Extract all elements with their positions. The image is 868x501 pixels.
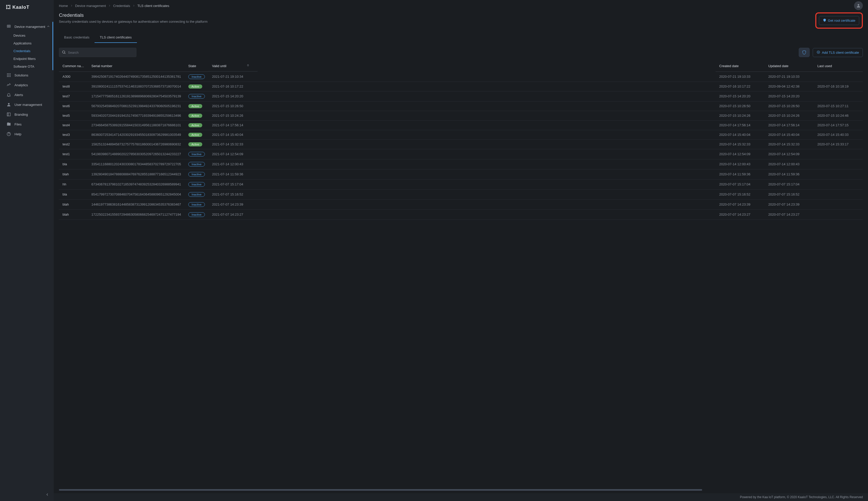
cell-serial: 8541799727307088460704756164364588096512… xyxy=(88,189,185,199)
cell-last-used xyxy=(814,91,863,101)
profile-button[interactable] xyxy=(854,1,863,10)
device-icon xyxy=(6,24,11,29)
sidebar-item-branding[interactable]: Branding xyxy=(0,109,54,119)
sidebar-sub-devices[interactable]: Devices xyxy=(0,32,54,39)
sidebar-item-user-management[interactable]: User management xyxy=(0,100,54,109)
cell-created: 2020-07-07 15:17:04 xyxy=(716,179,765,189)
table-row[interactable]: blah139280490184788808884769762855188877… xyxy=(59,169,863,179)
shield-filter-button[interactable] xyxy=(799,48,809,57)
breadcrumb-home[interactable]: Home xyxy=(59,4,68,8)
col-serial[interactable]: Serial number xyxy=(88,61,185,72)
sidebar-item-analytics[interactable]: Analytics xyxy=(0,80,54,90)
sidebar-sub-credentials[interactable]: Credentials xyxy=(0,47,54,55)
status-badge: Inactive xyxy=(188,202,205,207)
cell-last-used xyxy=(814,169,863,179)
sidebar-sub-endpoint-filters[interactable]: Endpoint filters xyxy=(0,55,54,63)
page-subtitle: Security credentials used by devices or … xyxy=(59,20,208,23)
cell-last-used xyxy=(814,72,863,82)
table-row[interactable]: test154198398071488902022785630305209726… xyxy=(59,149,863,159)
cell-created: 2020-07-14 15:32:33 xyxy=(716,139,765,149)
tabs: Basic credentials TLS client certificate… xyxy=(54,33,868,43)
cell-created: 2020-07-16 10:17:22 xyxy=(716,82,765,91)
tab-basic-credentials[interactable]: Basic credentials xyxy=(59,33,95,43)
table-row[interactable]: test559334020720441919415174567719339491… xyxy=(59,111,863,120)
cell-common-name: test1 xyxy=(59,149,88,159)
breadcrumb-credentials[interactable]: Credentials xyxy=(113,4,130,8)
table-row[interactable]: test386360072534147142030291934550183097… xyxy=(59,130,863,139)
tab-tls-client-certificates[interactable]: TLS client certificates xyxy=(95,33,137,43)
cell-last-used: 2020-07-14 15:40:33 xyxy=(814,130,863,139)
table-row[interactable]: blah172250223415593729486305806682546972… xyxy=(59,210,863,220)
table-row[interactable]: test427346645875389281558441503149561188… xyxy=(59,120,863,130)
cell-state: Inactive xyxy=(185,149,209,159)
sidebar-item-files[interactable]: Files xyxy=(0,119,54,129)
cell-updated: 2020-07-21 19:10:33 xyxy=(765,72,814,82)
svg-rect-4 xyxy=(9,7,10,8)
breadcrumb-device-management[interactable]: Device management xyxy=(75,4,106,8)
table-scroll[interactable]: Common na… Serial number State Valid unt… xyxy=(59,61,863,489)
cell-updated: 2020-07-15 10:24:26 xyxy=(765,111,814,120)
col-valid-until[interactable]: Valid until xyxy=(209,61,257,72)
nav-icon xyxy=(6,131,11,137)
col-state[interactable]: State xyxy=(185,61,209,72)
cell-state: Inactive xyxy=(185,159,209,169)
sidebar-collapse-button[interactable] xyxy=(43,491,51,498)
search-box[interactable] xyxy=(59,48,136,57)
svg-rect-19 xyxy=(10,76,11,77)
status-badge: Inactive xyxy=(188,172,205,177)
cell-valid: 2021-07-07 15:17:04 xyxy=(209,179,716,189)
cell-last-used xyxy=(814,179,863,189)
table-row[interactable]: test717154777580516112619138988968069280… xyxy=(59,91,863,101)
cell-valid: 2021-07-14 12:54:09 xyxy=(209,149,716,159)
svg-rect-13 xyxy=(10,73,11,74)
cell-state: Active xyxy=(185,101,209,111)
cell-valid: 2021-07-07 15:16:52 xyxy=(209,189,716,199)
col-updated[interactable]: Updated date xyxy=(765,61,814,72)
table-row[interactable]: hh67340678137981027185397474839253284032… xyxy=(59,179,863,189)
search-input[interactable] xyxy=(68,51,134,54)
table-row[interactable]: bla3354111688012024303308017834485837027… xyxy=(59,159,863,169)
svg-rect-1 xyxy=(8,5,9,6)
table-row[interactable]: bla8541799727307088460704756164364588096… xyxy=(59,189,863,199)
table-row[interactable]: A300396425087191740264407490817358512500… xyxy=(59,72,863,82)
table-row[interactable]: test839108002411115753741146318837072536… xyxy=(59,82,863,91)
nav-icon xyxy=(6,121,11,127)
cell-common-name: A300 xyxy=(59,72,88,82)
cell-updated: 2020-07-07 14:23:27 xyxy=(765,210,814,220)
cell-last-used xyxy=(814,189,863,199)
sidebar-item-device-management[interactable]: Device management xyxy=(0,22,54,32)
get-root-certificate-button[interactable]: Get root certificate xyxy=(819,16,859,25)
status-badge: Inactive xyxy=(188,192,205,197)
cell-updated: 2020-07-14 12:54:09 xyxy=(765,149,814,159)
table-row[interactable]: test215825132448945873275775760186000143… xyxy=(59,139,863,149)
table-row[interactable]: blah144619773863816144858387313991208634… xyxy=(59,199,863,210)
col-common-name[interactable]: Common na… xyxy=(59,61,88,72)
cell-updated: 2020-07-07 14:23:39 xyxy=(765,199,814,210)
sidebar-item-help[interactable]: Help xyxy=(0,129,54,139)
logo[interactable]: KaaIoT xyxy=(0,0,54,14)
svg-rect-0 xyxy=(6,5,7,6)
col-last-used[interactable]: Last used xyxy=(814,61,863,72)
nav-icon xyxy=(6,82,11,87)
sidebar-sub-software-ota[interactable]: Software OTA xyxy=(0,63,54,70)
cell-common-name: test5 xyxy=(59,111,88,120)
page-title: Credentials xyxy=(59,12,208,18)
cell-valid: 2021-07-15 14:20:20 xyxy=(209,91,716,101)
cell-valid: 2021-07-07 14:23:39 xyxy=(209,199,716,210)
horizontal-scrollbar[interactable] xyxy=(59,489,863,491)
cell-serial: 5933402072044191941517456771933949198552… xyxy=(88,111,185,120)
table-row[interactable]: test656793254598492070861523913984924337… xyxy=(59,101,863,111)
cell-valid: 2021-07-14 15:32:33 xyxy=(209,139,716,149)
add-tls-certificate-button[interactable]: Add TLS client certificate xyxy=(813,48,863,57)
sidebar-item-alerts[interactable]: Alerts xyxy=(0,90,54,100)
sidebar-sub-applications[interactable]: Applications xyxy=(0,39,54,47)
sidebar-item-solutions[interactable]: Solutions xyxy=(0,70,54,80)
cell-last-used xyxy=(814,149,863,159)
svg-rect-12 xyxy=(9,73,9,74)
cell-created: 2020-07-14 17:56:14 xyxy=(716,120,765,130)
cell-state: Active xyxy=(185,111,209,120)
svg-rect-14 xyxy=(7,75,8,76)
col-created[interactable]: Created date xyxy=(716,61,765,72)
cell-last-used: 2020-07-14 17:57:15 xyxy=(814,120,863,130)
toolbar: Add TLS client certificate xyxy=(54,43,868,61)
